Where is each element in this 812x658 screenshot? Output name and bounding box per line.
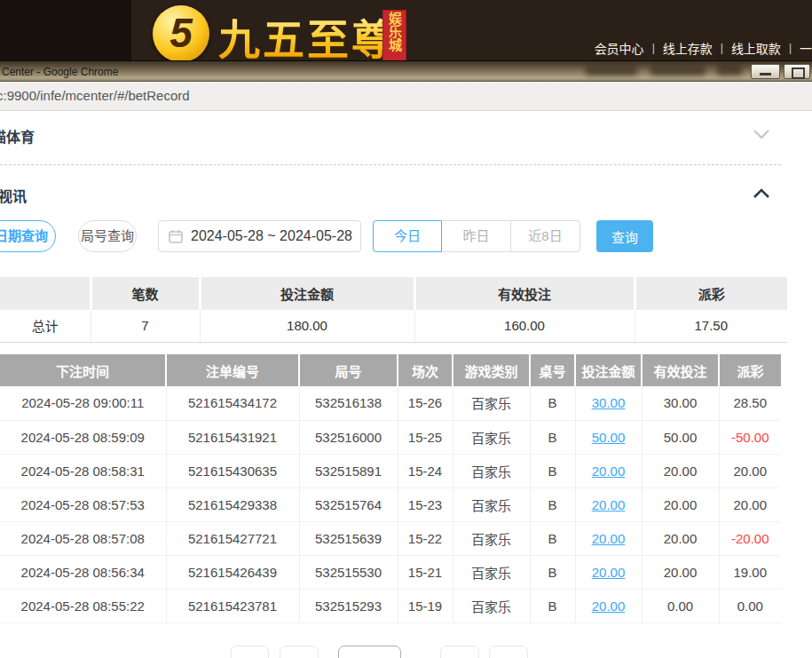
nav-online-withdraw[interactable]: 线上取款 bbox=[731, 39, 781, 57]
table-no: B bbox=[530, 420, 575, 454]
calendar-icon bbox=[169, 229, 183, 243]
bet-row: 2024-05-28 08:59:09521615431921532516000… bbox=[0, 420, 781, 454]
session: 15-21 bbox=[398, 555, 453, 589]
nav-member-center[interactable]: 会员中心 bbox=[595, 39, 644, 57]
blurred-text bbox=[650, 66, 706, 75]
bet-time: 2024-05-28 08:57:08 bbox=[0, 521, 166, 555]
table-no: B bbox=[530, 589, 575, 622]
bet-amount-link[interactable]: 30.00 bbox=[592, 395, 626, 410]
bet-amount-link[interactable]: 20.00 bbox=[592, 464, 626, 479]
col-bet-id: 注单编号 bbox=[166, 354, 299, 386]
session: 15-22 bbox=[398, 521, 453, 555]
payout: 20.00 bbox=[719, 488, 781, 521]
nav-online-deposit[interactable]: 线上存款 bbox=[663, 39, 713, 57]
col-session: 场次 bbox=[398, 354, 453, 386]
bet-id: 521615431921 bbox=[166, 420, 299, 454]
bet-record-table: 下注时间 注单编号 局号 场次 游戏类别 桌号 投注金额 有效投注 派彩 202… bbox=[0, 354, 781, 623]
col-bet-time: 下注时间 bbox=[0, 354, 166, 386]
brand-logo-badge: 娱乐城 bbox=[382, 10, 406, 63]
address-bar[interactable]: c:9900/infe/mcenter/#/betRecord bbox=[0, 82, 812, 111]
date-query-tab[interactable]: 日期查询 bbox=[0, 220, 56, 252]
page-content: 猫体育 视讯 日期查询 局号查询 2024-05-28 ~ 2024-05-28… bbox=[0, 111, 812, 658]
table-no: B bbox=[530, 521, 575, 555]
search-button[interactable]: 查询 bbox=[596, 220, 653, 252]
chevron-down-icon[interactable] bbox=[753, 128, 770, 140]
payout: 0.00 bbox=[719, 589, 781, 622]
bet-time: 2024-05-28 08:59:09 bbox=[0, 420, 166, 454]
game-type: 百家乐 bbox=[453, 555, 530, 589]
bet-amount-link[interactable]: 20.00 bbox=[592, 531, 626, 546]
minimize-button[interactable] bbox=[751, 64, 780, 79]
bet-row: 2024-05-28 09:00:11521615434172532516138… bbox=[0, 386, 781, 420]
nav-truncated-item[interactable]: 一 bbox=[800, 39, 812, 57]
table-no: B bbox=[530, 488, 575, 521]
valid-bet: 20.00 bbox=[642, 454, 719, 488]
round-id: 532515639 bbox=[299, 521, 398, 555]
bet-row: 2024-05-28 08:58:31521615430635532515891… bbox=[0, 454, 781, 488]
summary-total-label: 总计 bbox=[0, 310, 91, 342]
window-title: Center - Google Chrome bbox=[2, 66, 118, 78]
valid-bet: 20.00 bbox=[642, 488, 719, 521]
url-text: c:9900/infe/mcenter/#/betRecord bbox=[0, 88, 190, 103]
bet-amount-link[interactable]: 50.00 bbox=[592, 430, 626, 445]
pagination-page-input[interactable] bbox=[338, 646, 401, 658]
bet-id: 521615426439 bbox=[166, 555, 299, 589]
payout: -20.00 bbox=[719, 521, 781, 555]
nav-separator: | bbox=[789, 42, 792, 54]
session: 15-25 bbox=[398, 420, 453, 454]
quick-range-group: 今日 昨日 近8日 bbox=[373, 220, 580, 252]
bet-amount: 20.00 bbox=[575, 521, 642, 555]
section-sports-title[interactable]: 猫体育 bbox=[0, 125, 35, 147]
pagination-button[interactable] bbox=[440, 646, 479, 658]
summary-header-valid-bet: 有效投注 bbox=[414, 277, 635, 310]
today-button[interactable]: 今日 bbox=[373, 220, 442, 252]
valid-bet: 0.00 bbox=[642, 589, 719, 622]
round-id: 532515764 bbox=[299, 488, 398, 521]
blurred-text bbox=[586, 66, 637, 75]
nav-separator: | bbox=[721, 42, 723, 54]
table-no: B bbox=[530, 454, 575, 488]
brand-logo-icon: 5 bbox=[153, 5, 209, 62]
summary-header-blank bbox=[0, 277, 91, 310]
screen: 5 九五至尊 娱乐城 会员中心 | 线上存款 | 线上取款 | 一 Center… bbox=[0, 0, 812, 658]
bet-amount: 50.00 bbox=[575, 420, 642, 454]
pagination-button[interactable] bbox=[280, 646, 319, 658]
col-round-id: 局号 bbox=[299, 354, 398, 386]
yesterday-button[interactable]: 昨日 bbox=[442, 220, 511, 252]
window-titlebar: Center - Google Chrome bbox=[0, 60, 812, 82]
table-no: B bbox=[530, 386, 575, 420]
col-game-type: 游戏类别 bbox=[453, 354, 530, 386]
bet-time: 2024-05-28 08:58:31 bbox=[0, 454, 166, 488]
bet-amount: 20.00 bbox=[575, 454, 642, 488]
round-id: 532515293 bbox=[299, 589, 398, 622]
bet-row: 2024-05-28 08:55:22521615423781532515293… bbox=[0, 589, 781, 622]
last8days-button[interactable]: 近8日 bbox=[511, 220, 580, 252]
bet-amount-link[interactable]: 20.00 bbox=[592, 565, 626, 580]
bet-id: 521615429338 bbox=[166, 488, 299, 521]
maximize-button[interactable] bbox=[784, 64, 810, 79]
bet-amount-link[interactable]: 20.00 bbox=[592, 599, 626, 614]
payout: 20.00 bbox=[719, 454, 781, 488]
brand-logo-text: 九五至尊 bbox=[218, 5, 396, 67]
payout: 28.50 bbox=[719, 386, 781, 420]
date-range-input[interactable]: 2024-05-28 ~ 2024-05-28 bbox=[158, 220, 361, 252]
chevron-up-icon[interactable] bbox=[753, 187, 770, 200]
bet-id: 521615430635 bbox=[166, 454, 299, 488]
session: 15-19 bbox=[398, 589, 453, 622]
pagination-button[interactable] bbox=[489, 646, 528, 658]
section-live-title[interactable]: 视讯 bbox=[0, 185, 27, 206]
pagination-button[interactable] bbox=[231, 646, 269, 658]
bet-amount-link[interactable]: 20.00 bbox=[592, 497, 626, 512]
blurred-text bbox=[717, 65, 742, 75]
bet-row: 2024-05-28 08:57:53521615429338532515764… bbox=[0, 488, 781, 521]
bet-time: 2024-05-28 08:55:22 bbox=[0, 589, 166, 622]
round-query-tab[interactable]: 局号查询 bbox=[78, 220, 137, 252]
bet-amount: 20.00 bbox=[575, 589, 642, 622]
session: 15-26 bbox=[398, 386, 453, 420]
valid-bet: 30.00 bbox=[642, 386, 719, 420]
summary-bet-amount: 180.00 bbox=[200, 310, 414, 342]
col-table-no: 桌号 bbox=[530, 354, 575, 386]
col-payout: 派彩 bbox=[719, 354, 781, 386]
session: 15-23 bbox=[398, 488, 453, 521]
nav-separator: | bbox=[652, 42, 655, 54]
